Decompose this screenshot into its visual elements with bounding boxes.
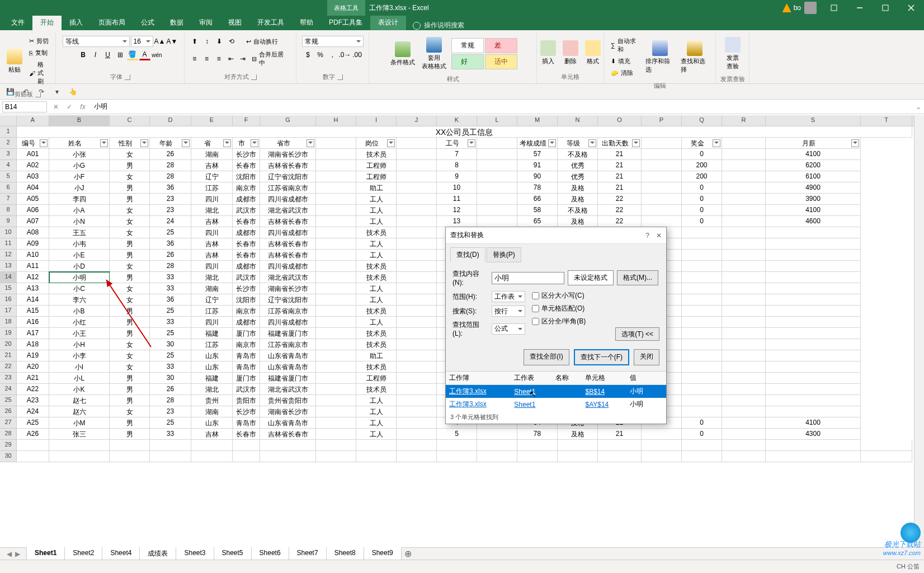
data-cell[interactable]: [260, 451, 316, 462]
title-cell[interactable]: XX公司员工信息: [17, 126, 912, 138]
data-cell[interactable]: [397, 250, 437, 261]
column-header[interactable]: A: [17, 115, 49, 126]
autosum-button[interactable]: ∑自动求和: [609, 36, 641, 55]
data-cell[interactable]: [316, 373, 356, 384]
data-cell[interactable]: [316, 339, 356, 350]
data-cell[interactable]: [766, 306, 861, 317]
data-cell[interactable]: 女: [110, 261, 150, 272]
data-cell[interactable]: [642, 451, 682, 462]
paste-button[interactable]: 粘贴: [4, 48, 25, 75]
ribbon-tab-审阅[interactable]: 审阅: [191, 15, 220, 30]
data-cell[interactable]: 36: [150, 294, 191, 306]
invoice-verify-button[interactable]: 发票 查验: [723, 36, 743, 72]
data-cell[interactable]: [722, 406, 766, 417]
data-cell[interactable]: [766, 227, 861, 238]
column-header[interactable]: P: [642, 115, 682, 126]
data-cell[interactable]: 吉林: [191, 429, 233, 440]
data-cell[interactable]: [260, 440, 316, 451]
redo-button[interactable]: ↷: [36, 86, 47, 97]
data-cell[interactable]: [316, 149, 356, 160]
data-cell[interactable]: [316, 440, 356, 451]
data-cell[interactable]: 吉林: [191, 216, 233, 227]
data-cell[interactable]: 长沙市: [233, 406, 260, 417]
data-cell[interactable]: 0: [682, 429, 722, 440]
data-cell[interactable]: 成都市: [233, 227, 260, 238]
data-cell[interactable]: [722, 238, 766, 250]
tab-find[interactable]: 查找(D): [450, 247, 485, 262]
match-width-checkbox[interactable]: 区分全/半角(B): [532, 317, 659, 326]
data-cell[interactable]: [110, 440, 150, 451]
copy-button[interactable]: ⎘复制: [27, 48, 51, 58]
data-cell[interactable]: 四川: [191, 194, 233, 205]
column-header[interactable]: E: [191, 115, 233, 126]
data-cell[interactable]: [682, 238, 722, 250]
format-cells-button[interactable]: 格式: [583, 39, 603, 67]
data-cell[interactable]: 沈阳市: [233, 171, 260, 182]
data-cell[interactable]: 长春市: [233, 160, 260, 171]
row-header[interactable]: 4: [0, 160, 17, 171]
align-right-button[interactable]: ≡: [213, 53, 224, 64]
data-cell[interactable]: 湖南: [191, 283, 233, 294]
data-cell[interactable]: 4900: [766, 182, 861, 194]
account-name[interactable]: bo: [794, 4, 801, 12]
font-size-combo[interactable]: 16: [131, 36, 153, 47]
column-header[interactable]: G: [260, 115, 316, 126]
data-cell[interactable]: 小J: [49, 182, 110, 194]
data-cell[interactable]: 小A: [49, 205, 110, 216]
data-cell[interactable]: 辽宁省沈阳市: [260, 171, 316, 182]
match-case-checkbox[interactable]: 区分大小写(C): [532, 291, 659, 300]
header-cell[interactable]: 省: [191, 138, 233, 149]
data-cell[interactable]: 21: [598, 429, 642, 440]
data-cell[interactable]: [766, 294, 861, 306]
row-header[interactable]: 3: [0, 149, 17, 160]
data-cell[interactable]: [722, 395, 766, 406]
data-cell[interactable]: A05: [17, 194, 49, 205]
font-name-combo[interactable]: 等线: [63, 36, 130, 47]
close-dialog-button[interactable]: 关闭: [634, 349, 659, 365]
data-cell[interactable]: 技术员: [356, 361, 397, 373]
comma-button[interactable]: ,: [327, 49, 338, 60]
data-cell[interactable]: A25: [17, 417, 49, 429]
data-cell[interactable]: [316, 272, 356, 283]
data-cell[interactable]: 25: [150, 328, 191, 339]
sheet-nav-next[interactable]: ▶: [15, 550, 20, 558]
filter-dropdown-icon[interactable]: [851, 139, 859, 147]
result-header[interactable]: 值: [626, 372, 656, 385]
sheet-tab[interactable]: Sheet9: [364, 547, 402, 561]
ribbon-tab-视图[interactable]: 视图: [220, 15, 249, 30]
data-cell[interactable]: 女: [110, 216, 150, 227]
data-cell[interactable]: 工人: [356, 205, 397, 216]
data-cell[interactable]: [316, 361, 356, 373]
row-header[interactable]: 8: [0, 205, 17, 216]
data-cell[interactable]: 工人: [356, 194, 397, 205]
data-cell[interactable]: [316, 171, 356, 182]
data-cell[interactable]: A22: [17, 384, 49, 395]
data-cell[interactable]: 33: [150, 429, 191, 440]
sheet-tab[interactable]: Sheet1: [26, 547, 65, 561]
data-cell[interactable]: [397, 361, 437, 373]
data-cell[interactable]: [477, 182, 517, 194]
minimize-button[interactable]: [847, 0, 873, 16]
match-entire-checkbox[interactable]: 单元格匹配(O): [532, 304, 659, 313]
data-cell[interactable]: [642, 171, 682, 182]
data-cell[interactable]: [397, 205, 437, 216]
data-cell[interactable]: [682, 451, 722, 462]
ribbon-tab-PDF工具集[interactable]: PDF工具集: [321, 15, 370, 30]
delete-cells-button[interactable]: 删除: [560, 39, 581, 67]
data-cell[interactable]: 吉林省长春市: [260, 160, 316, 171]
data-cell[interactable]: [316, 283, 356, 294]
ribbon-tab-开发工具[interactable]: 开发工具: [249, 15, 292, 30]
data-cell[interactable]: [316, 451, 356, 462]
data-cell[interactable]: [17, 440, 49, 451]
data-cell[interactable]: 助工: [356, 350, 397, 361]
row-header[interactable]: 21: [0, 350, 17, 361]
data-cell[interactable]: 男: [110, 373, 150, 384]
data-cell[interactable]: [397, 171, 437, 182]
data-cell[interactable]: [397, 182, 437, 194]
data-cell[interactable]: 10: [437, 182, 477, 194]
data-cell[interactable]: 28: [150, 395, 191, 406]
header-cell[interactable]: [316, 138, 356, 149]
data-cell[interactable]: [397, 373, 437, 384]
italic-button[interactable]: I: [90, 49, 101, 60]
data-cell[interactable]: [642, 182, 682, 194]
